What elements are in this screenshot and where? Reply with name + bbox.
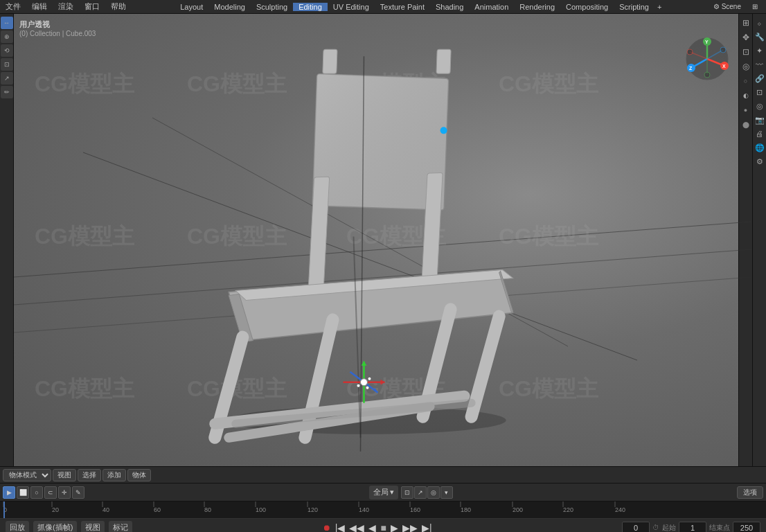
tab-compositing[interactable]: Compositing <box>560 3 614 11</box>
tool-select[interactable]: ↔ <box>1 17 13 29</box>
menu-render[interactable]: 渲染 <box>53 1 79 12</box>
playback-left-labels: 回放 抓像(插帧) 视图 标记 <box>6 521 132 533</box>
frame-inputs: ⏱ 起始 结束点 <box>622 522 760 533</box>
mode-selector[interactable]: 物体模式 编辑模式 <box>3 469 51 481</box>
tab-texture-paint[interactable]: Texture Paint <box>375 3 430 11</box>
record-icon: ⏺ <box>323 523 331 533</box>
svg-text:X: X <box>722 64 726 69</box>
workspace-tabs: Layout Modeling Sculpting Editing UV Edi… <box>132 3 708 11</box>
start-frame-label: 起始 <box>662 523 676 533</box>
play-btn[interactable]: ▶ <box>389 522 400 533</box>
menu-file[interactable]: 文件 <box>0 1 26 12</box>
menu-right: ⚙ Scene ⊞ <box>708 3 763 10</box>
props-particles-btn[interactable]: ✦ <box>754 44 766 57</box>
proportional-icon[interactable]: ◎ <box>427 486 440 499</box>
record-btn[interactable]: ⏺ <box>321 523 332 533</box>
stop-btn[interactable]: ■ <box>379 522 387 533</box>
viewport-shading-wire[interactable]: ○ <box>740 75 752 87</box>
left-toolbar: ↔ ⊕ ⟲ ⊡ ↗ ✏ <box>0 14 14 466</box>
playback-label-1[interactable]: 抓像(插帧) <box>33 521 77 533</box>
right-toolbar: ⬦ 🔧 ✦ 〰 🔗 ⊡ ◎ 📷 🖨 🌐 ⚙ <box>752 14 766 466</box>
proportional-dropdown[interactable]: ▾ <box>440 486 453 499</box>
tool-scale[interactable]: ⊡ <box>1 58 13 71</box>
start-frame-input[interactable] <box>679 522 706 533</box>
global-toggle[interactable]: 全局 ▾ <box>369 486 398 499</box>
props-material-btn[interactable]: ◎ <box>754 100 766 112</box>
circle-select-icon[interactable]: ○ <box>30 486 43 499</box>
snap-type-icon[interactable]: ↗ <box>414 486 427 499</box>
props-output-btn[interactable]: 🖨 <box>754 127 766 140</box>
tab-editing[interactable]: Editing <box>293 3 328 11</box>
props-world-btn[interactable]: ⚙ <box>754 155 766 168</box>
playback-label-3[interactable]: 标记 <box>109 521 132 533</box>
navigation-gizmo[interactable]: Y X Z <box>683 35 731 83</box>
select-menu-btn[interactable]: 选择 <box>78 469 101 481</box>
view-menu-btn[interactable]: 视图 <box>53 469 76 481</box>
tool-annotate[interactable]: ✏ <box>1 86 13 98</box>
jump-end-btn[interactable]: ▶| <box>420 522 434 533</box>
fullscreen-btn[interactable]: ⊞ <box>747 3 763 10</box>
tab-add[interactable]: + <box>654 3 664 11</box>
menu-edit[interactable]: 编辑 <box>26 1 53 12</box>
box-select-icon[interactable]: ⬜ <box>17 486 29 499</box>
props-data-btn[interactable]: ⊡ <box>754 86 766 98</box>
viewport-overlay-btn[interactable]: ⊞ <box>740 17 752 29</box>
props-constraint-btn[interactable]: 🔗 <box>754 72 766 85</box>
viewport-prop-btn[interactable]: ◎ <box>740 60 752 73</box>
scene-label: Scene <box>722 3 741 10</box>
svg-point-51 <box>720 47 726 53</box>
lasso-select-icon[interactable]: ⊂ <box>44 486 57 499</box>
select-tool-icon[interactable]: ▶ <box>3 486 15 499</box>
playback-label-0[interactable]: 回放 <box>6 521 29 533</box>
svg-point-47 <box>704 72 710 78</box>
viewport-gizmo-btn[interactable]: ✥ <box>740 31 752 44</box>
viewport-shading-solid[interactable]: ◐ <box>740 89 752 102</box>
clock-icon-group: ⏱ <box>652 524 659 531</box>
step-back-btn[interactable]: ◀◀ <box>348 522 366 533</box>
viewport-3d[interactable]: CG模型主 CG模型主 CG模型主 CG模型主 CG模型主 CG模型主 CG模型… <box>14 14 752 466</box>
tool-move[interactable]: ⊕ <box>1 30 13 43</box>
menu-help[interactable]: 帮助 <box>105 1 132 12</box>
props-object-btn[interactable]: ⬦ <box>754 17 766 29</box>
tab-uv-editing[interactable]: UV Editing <box>328 3 375 11</box>
add-menu-btn[interactable]: 添加 <box>103 469 126 481</box>
playback-label-2[interactable]: 视图 <box>81 521 105 533</box>
svg-text:Y: Y <box>705 39 709 44</box>
object-menu-btn[interactable]: 物体 <box>127 469 151 481</box>
menu-window[interactable]: 窗口 <box>79 1 105 12</box>
tool-transform[interactable]: ↗ <box>1 72 13 85</box>
tool-rotate[interactable]: ⟲ <box>1 44 13 57</box>
frame-position-indicator <box>3 502 5 518</box>
timeline-center-controls: 全局 ▾ ⊡ ↗ ◎ ▾ <box>369 486 453 499</box>
props-scene-btn[interactable]: 🌐 <box>754 141 766 154</box>
tab-sculpting[interactable]: Sculpting <box>251 3 293 11</box>
viewport-snap-btn[interactable]: ⊡ <box>740 46 752 58</box>
snap-icon[interactable]: ⊡ <box>401 486 413 499</box>
viewport-controls-bar: 物体模式 编辑模式 视图 选择 添加 物体 <box>0 467 766 484</box>
step-forward-btn[interactable]: ▶▶ <box>401 522 419 533</box>
tab-rendering[interactable]: Rendering <box>514 3 560 11</box>
tab-shading[interactable]: Shading <box>430 3 469 11</box>
engine-select[interactable]: ⚙ Scene <box>708 3 747 10</box>
tab-modeling[interactable]: Modeling <box>208 3 251 11</box>
top-menu-bar: 文件 编辑 渲染 窗口 帮助 Layout Modeling Sculpting… <box>0 0 766 14</box>
menu-left: 文件 编辑 渲染 窗口 帮助 <box>0 1 132 12</box>
cursor-icon[interactable]: ✛ <box>58 486 71 499</box>
viewport-shading-material[interactable]: ● <box>740 104 752 116</box>
jump-start-btn[interactable]: |◀ <box>334 522 347 533</box>
props-physics-btn[interactable]: 〰 <box>754 58 766 71</box>
end-frame-input[interactable] <box>733 522 760 533</box>
play-back-btn[interactable]: ◀ <box>367 522 377 533</box>
tab-layout[interactable]: Layout <box>175 3 208 11</box>
options-button[interactable]: 选项 <box>737 486 763 499</box>
props-render-btn[interactable]: 📷 <box>754 114 766 126</box>
timeline-area[interactable]: 0 20 40 60 80 100 120 140 160 180 200 22… <box>0 502 766 518</box>
tab-animation[interactable]: Animation <box>469 3 514 11</box>
viewport-shading-rendered[interactable]: ⬤ <box>740 118 752 131</box>
props-modifier-btn[interactable]: 🔧 <box>754 30 766 43</box>
current-frame-input[interactable] <box>622 522 650 533</box>
tab-scripting[interactable]: Scripting <box>614 3 654 11</box>
viewport-subtitle: (0) Collection | Cube.003 <box>19 30 96 37</box>
snap-group: ⊡ ↗ ◎ ▾ <box>401 486 453 499</box>
annotate-icon[interactable]: ✎ <box>72 486 84 499</box>
